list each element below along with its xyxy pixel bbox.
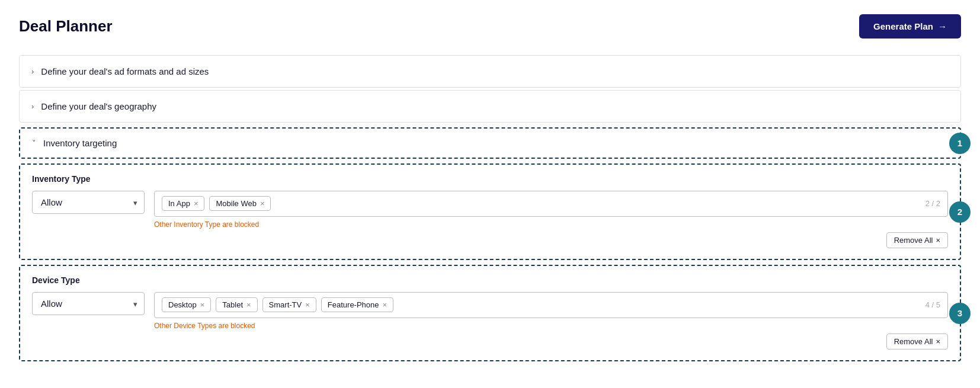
page-title: Deal Planner	[19, 17, 113, 36]
step-badge-1: 1	[949, 133, 971, 154]
tag-in-app: In App ×	[162, 196, 204, 211]
tag-feature-phone: Feature-Phone ×	[321, 297, 393, 312]
inventory-type-row: Allow ▾ In App × Mobile Web × 2 / 2 O	[32, 191, 948, 248]
inventory-targeting-section: ˅ Inventory targeting 1	[19, 127, 961, 159]
device-type-section: 3 Device Type Allow ▾ Desktop × Tablet ×	[19, 265, 961, 361]
tag-mobile-web-label: Mobile Web	[216, 199, 256, 208]
tag-feature-phone-close[interactable]: ×	[383, 301, 387, 309]
accordion-label-ad-formats: Define your deal's ad formats and ad siz…	[41, 66, 209, 76]
tag-smart-tv-label: Smart-TV	[269, 300, 302, 309]
tag-tablet-label: Tablet	[222, 300, 243, 309]
accordion-geography: › Define your deal's geography	[19, 90, 961, 123]
chevron-down-icon: ˅	[32, 139, 36, 147]
accordion-header-ad-formats[interactable]: › Define your deal's ad formats and ad s…	[20, 56, 960, 87]
inventory-targeting-header[interactable]: ˅ Inventory targeting	[20, 129, 960, 158]
inventory-type-tags-row: In App × Mobile Web × 2 / 2	[162, 196, 940, 211]
device-type-tags-row: Desktop × Tablet × Smart-TV × Feature-Ph…	[162, 297, 940, 312]
generate-plan-arrow: →	[938, 21, 947, 31]
inventory-type-remove-all-button[interactable]: Remove All ×	[886, 232, 948, 248]
tag-in-app-label: In App	[168, 199, 190, 208]
device-type-count: 4 / 5	[925, 300, 940, 309]
chevron-right-icon: ›	[31, 67, 34, 76]
device-type-dropdown-wrap: Allow ▾	[32, 292, 145, 315]
tag-smart-tv-close[interactable]: ×	[305, 301, 310, 309]
device-type-remove-all-button[interactable]: Remove All ×	[886, 334, 948, 349]
inventory-type-tags-area: In App × Mobile Web × 2 / 2	[154, 191, 948, 217]
inventory-type-tags-container: In App × Mobile Web × 2 / 2 Other Invent…	[154, 191, 948, 248]
tag-mobile-web-close[interactable]: ×	[260, 200, 265, 207]
inventory-type-dropdown[interactable]: Allow	[32, 191, 145, 214]
tag-feature-phone-label: Feature-Phone	[328, 300, 379, 309]
inventory-type-section: 2 Inventory Type Allow ▾ In App × Mobile…	[19, 163, 961, 260]
device-type-remove-all-row: Remove All ×	[154, 334, 948, 349]
tag-tablet-close[interactable]: ×	[246, 301, 251, 309]
tag-tablet: Tablet ×	[216, 297, 257, 312]
inventory-targeting-label: Inventory targeting	[43, 138, 117, 148]
inventory-type-dropdown-wrap: Allow ▾	[32, 191, 145, 214]
device-type-title: Device Type	[32, 275, 948, 285]
inventory-type-remove-all-label: Remove All	[894, 236, 933, 245]
accordion-header-geography[interactable]: › Define your deal's geography	[20, 91, 960, 122]
device-type-tags-container: Desktop × Tablet × Smart-TV × Feature-Ph…	[154, 292, 948, 349]
inventory-type-remove-all-icon: ×	[936, 236, 940, 245]
inventory-type-title: Inventory Type	[32, 174, 948, 184]
inventory-type-count: 2 / 2	[925, 199, 940, 208]
device-type-remove-all-label: Remove All	[894, 337, 933, 346]
tag-desktop: Desktop ×	[162, 297, 211, 312]
tag-in-app-close[interactable]: ×	[194, 200, 198, 207]
tag-desktop-close[interactable]: ×	[200, 301, 205, 309]
page-header: Deal Planner Generate Plan →	[19, 14, 961, 39]
tag-desktop-label: Desktop	[168, 300, 197, 309]
device-type-warning: Other Device Types are blocked	[154, 322, 948, 330]
chevron-right-icon-2: ›	[31, 102, 34, 111]
device-type-tags-area: Desktop × Tablet × Smart-TV × Feature-Ph…	[154, 292, 948, 318]
device-type-remove-all-icon: ×	[936, 337, 940, 346]
tag-mobile-web: Mobile Web ×	[209, 196, 271, 211]
step-badge-2: 2	[949, 201, 971, 223]
generate-plan-button[interactable]: Generate Plan →	[859, 14, 961, 39]
device-type-dropdown[interactable]: Allow	[32, 292, 145, 315]
step-badge-3: 3	[949, 303, 971, 324]
accordion-label-geography: Define your deal's geography	[41, 101, 156, 111]
generate-plan-label: Generate Plan	[873, 21, 933, 31]
inventory-type-remove-all-row: Remove All ×	[154, 232, 948, 248]
accordion-ad-formats: › Define your deal's ad formats and ad s…	[19, 55, 961, 88]
inventory-type-warning: Other Inventory Type are blocked	[154, 220, 948, 229]
tag-smart-tv: Smart-TV ×	[262, 297, 316, 312]
device-type-row: Allow ▾ Desktop × Tablet × Smart-TV	[32, 292, 948, 349]
